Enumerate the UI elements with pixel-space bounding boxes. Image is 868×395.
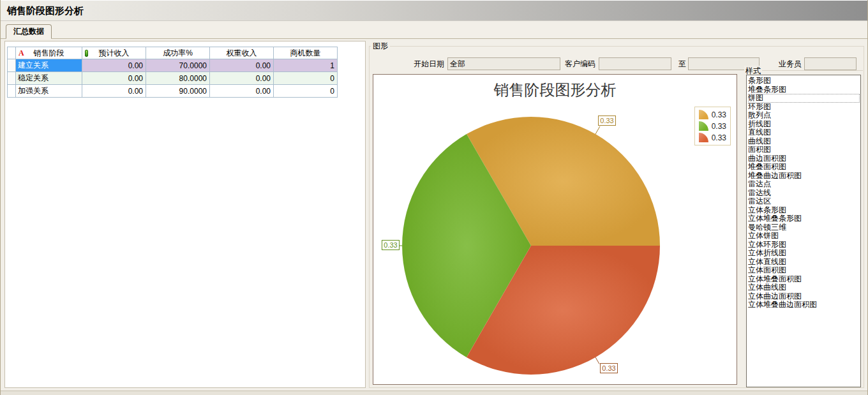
style-item[interactable]: 堆叠曲边面积图 [748, 172, 860, 181]
bottom-strip [1, 391, 867, 395]
salesman-label: 业务员 [775, 57, 802, 70]
style-item[interactable]: 立体环形图 [748, 241, 860, 250]
style-item[interactable]: 立体堆叠面积图 [748, 275, 860, 284]
column-label: 预计收入 [99, 48, 130, 57]
window-title: 销售阶段图形分析 [1, 1, 84, 21]
customer-code-label: 客户编码 [562, 57, 595, 70]
stage-cell: 加强关系 [16, 85, 82, 98]
style-item[interactable]: 条形图 [748, 77, 860, 86]
value-cell: 80.0000 [146, 72, 210, 85]
style-item[interactable]: 立体折线图 [748, 249, 860, 258]
row-indicator-header [8, 47, 16, 59]
table-row[interactable]: 建立关系0.0070.00000.001 [8, 59, 338, 72]
style-group-line [762, 70, 863, 71]
style-item[interactable]: 雷达点 [748, 180, 860, 189]
filter-bar-icon [85, 50, 88, 57]
legend-label: 0.33 [712, 122, 726, 131]
stage-cell: 稳定关系 [16, 72, 82, 85]
style-item[interactable]: 立体曲线图 [748, 283, 860, 292]
customer-code-from-input[interactable] [599, 57, 671, 70]
column-label: 权重收入 [227, 48, 257, 57]
legend-item: 0.33 [699, 133, 726, 142]
tab-strip: 汇总数据 [1, 21, 867, 39]
style-item[interactable]: 曲边面积图 [748, 154, 860, 163]
legend-swatch-quarter-pie-icon [699, 133, 708, 142]
style-item[interactable]: 雷达线 [748, 189, 860, 198]
style-item[interactable]: 堆叠面积图 [748, 163, 860, 172]
table-row[interactable]: 稳定关系0.0080.00000.000 [8, 72, 338, 85]
value-cell: 0 [274, 85, 338, 98]
legend-swatch-quarter-pie-icon [699, 121, 708, 131]
style-item[interactable]: 面积图 [748, 145, 860, 154]
column-label: 销售阶段 [34, 48, 64, 57]
value-cell: 0.00 [210, 85, 274, 98]
style-item[interactable]: 堆叠条形图 [748, 86, 860, 94]
row-indicator [8, 59, 16, 72]
table-row[interactable]: 加强关系0.0090.00000.000 [8, 85, 338, 98]
style-item[interactable]: 折线图 [748, 120, 860, 129]
table-header-row: A 销售阶段 预计收入 成功率% 权重收入 商机数量 [8, 47, 338, 59]
legend-label: 0.33 [712, 133, 726, 142]
value-cell: 1 [274, 59, 338, 72]
style-item[interactable]: 立体堆叠条形图 [748, 214, 860, 223]
tab-summary-data[interactable]: 汇总数据 [6, 24, 52, 39]
slice-value-callout: 0.33 [382, 240, 400, 250]
style-item[interactable]: 直线图 [748, 128, 860, 137]
value-cell: 90.0000 [146, 85, 210, 98]
column-header-opportunity-count[interactable]: 商机数量 [274, 47, 338, 59]
table-panel: A 销售阶段 预计收入 成功率% 权重收入 商机数量 建立关系0.0070.00… [4, 41, 366, 388]
style-item[interactable]: 散列点 [748, 111, 860, 120]
to-label: 至 [676, 57, 686, 70]
start-date-input[interactable] [447, 57, 560, 70]
legend-label: 0.33 [712, 110, 726, 119]
pie-svg [373, 75, 738, 385]
chart-panel: 销售阶段图形分析 0.330.330.33 0.330.330.33 [373, 74, 737, 385]
summary-table: A 销售阶段 预计收入 成功率% 权重收入 商机数量 建立关系0.0070.00… [7, 47, 338, 98]
value-cell: 0.00 [82, 85, 146, 98]
value-cell: 0 [274, 72, 338, 85]
style-listbox: 条形图堆叠条形图饼图环形图散列点折线图直线图曲线图面积图曲边面积图堆叠面积图堆叠… [746, 75, 861, 387]
start-date-label: 开始日期 [393, 57, 444, 70]
legend-swatch-quarter-pie-icon [699, 110, 708, 119]
style-item[interactable]: 立体堆叠曲边面积图 [748, 301, 860, 309]
column-label: 成功率% [163, 48, 193, 57]
graph-group-label: 图形 [371, 41, 390, 52]
window-titlebar: 销售阶段图形分析 [1, 0, 867, 21]
row-indicator [8, 85, 16, 98]
slice-value-callout: 0.33 [598, 116, 616, 126]
row-indicator [8, 72, 16, 85]
callout-leader-line [595, 126, 600, 134]
value-cell: 0.00 [82, 59, 146, 72]
column-header-weighted-income[interactable]: 权重收入 [210, 47, 274, 59]
slice-value-callout: 0.33 [600, 363, 618, 373]
style-item[interactable]: 曲线图 [748, 137, 860, 146]
value-cell: 70.0000 [146, 59, 210, 72]
style-item[interactable]: 立体条形图 [748, 206, 860, 215]
sort-a-icon: A [19, 48, 24, 58]
value-cell: 0.00 [210, 59, 274, 72]
column-header-success-rate[interactable]: 成功率% [146, 47, 210, 59]
summary-table-body: 建立关系0.0070.00000.001稳定关系0.0080.00000.000… [8, 59, 338, 98]
style-item[interactable]: 立体面积图 [748, 266, 860, 275]
style-item[interactable]: 环形图 [748, 103, 860, 112]
stage-cell: 建立关系 [16, 59, 82, 72]
column-header-expected-income[interactable]: 预计收入 [82, 47, 146, 59]
salesman-input[interactable] [804, 57, 857, 70]
callout-leader-line [595, 357, 599, 364]
style-item[interactable]: 曼哈顿三维 [748, 223, 860, 232]
value-cell: 0.00 [210, 72, 274, 85]
column-header-stage[interactable]: A 销售阶段 [16, 47, 82, 59]
style-item[interactable]: 立体直线图 [748, 258, 860, 267]
style-item[interactable]: 立体饼图 [748, 232, 860, 241]
value-cell: 0.00 [82, 72, 146, 85]
style-item[interactable]: 饼图 [748, 94, 860, 103]
graph-section: 图形 开始日期 客户编码 至 业务员 销售阶段图形分析 0.330.330.33… [369, 39, 866, 391]
chart-legend: 0.330.330.33 [694, 107, 731, 145]
legend-item: 0.33 [699, 110, 726, 119]
legend-item: 0.33 [699, 121, 726, 131]
style-item[interactable]: 立体曲边面积图 [748, 292, 860, 301]
style-item[interactable]: 雷达区 [748, 197, 860, 206]
column-label: 商机数量 [290, 48, 321, 57]
